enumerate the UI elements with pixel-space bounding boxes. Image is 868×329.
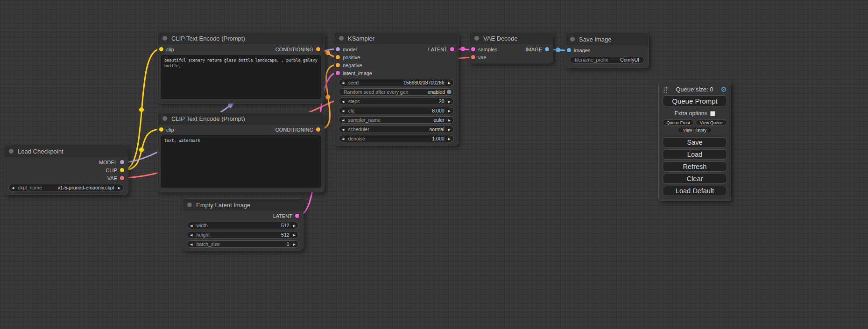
prompt-textarea[interactable]: text, watermark — [161, 135, 321, 188]
node-load-checkpoint[interactable]: Load Checkpoint MODEL CLIP VAE ◀ ckpt_na… — [4, 145, 128, 195]
images-input-slot[interactable] — [567, 48, 571, 52]
increment-arrow-icon[interactable]: ▶ — [448, 81, 451, 84]
clip-input-slot[interactable] — [159, 127, 163, 132]
widget-sampler-name[interactable]: ◀ sampler_name euler ▶ — [339, 116, 454, 124]
widget-width[interactable]: ◀ width 512 ▶ — [187, 222, 299, 229]
node-save-image[interactable]: Save Image images filename_prefix ComfyU… — [565, 33, 649, 68]
increment-arrow-icon[interactable]: ▶ — [448, 137, 451, 140]
load-default-button[interactable]: Load Default — [663, 186, 727, 196]
widget-scheduler[interactable]: ◀ scheduler normal ▶ — [339, 126, 454, 133]
vae-input-slot[interactable] — [471, 55, 475, 59]
node-ksampler[interactable]: KSampler model LATENT positive negative — [334, 32, 459, 146]
negative-input-slot[interactable] — [336, 63, 340, 67]
toggle-indicator-icon[interactable] — [447, 90, 452, 94]
increment-arrow-icon[interactable]: ▶ — [448, 100, 451, 103]
latent-output-slot[interactable] — [295, 214, 299, 218]
widget-random-seed-toggle[interactable]: Random seed after every gen enabled — [339, 88, 454, 96]
node-title: VAE Decode — [483, 35, 517, 42]
widget-label: steps — [348, 98, 360, 104]
node-title-bar[interactable]: Load Checkpoint — [4, 145, 128, 157]
prev-value-arrow-icon[interactable]: ◀ — [12, 186, 14, 189]
widget-filename-prefix[interactable]: filename_prefix ComfyUI — [570, 56, 644, 63]
menu-drag-handle-icon[interactable] — [663, 86, 668, 93]
widget-label: denoise — [348, 136, 365, 141]
node-title: KSampler — [348, 35, 374, 42]
node-title-bar[interactable]: CLIP Text Encode (Prompt) — [158, 112, 324, 125]
view-history-button[interactable]: View History — [677, 127, 712, 133]
widget-ckpt-name[interactable]: ◀ ckpt_name v1-5-pruned-emaonly.ckpt ▶ — [8, 184, 124, 191]
node-collapse-dot-icon[interactable] — [9, 149, 14, 154]
image-output-slot[interactable] — [545, 47, 549, 51]
positive-input-slot[interactable] — [336, 55, 340, 59]
node-collapse-dot-icon[interactable] — [339, 36, 344, 41]
view-queue-button[interactable]: View Queue — [696, 119, 727, 126]
widget-height[interactable]: ◀ height 512 ▶ — [187, 231, 299, 238]
next-value-arrow-icon[interactable]: ▶ — [118, 186, 120, 189]
decrement-arrow-icon[interactable]: ◀ — [342, 137, 344, 140]
increment-arrow-icon[interactable]: ▶ — [448, 109, 451, 112]
node-collapse-dot-icon[interactable] — [162, 116, 167, 121]
prev-value-arrow-icon[interactable]: ◀ — [342, 119, 344, 122]
widget-batch-size[interactable]: ◀ batch_size 1 ▶ — [187, 240, 299, 248]
node-title-bar[interactable]: KSampler — [334, 32, 458, 44]
widget-denoise[interactable]: ◀ denoise 1.000 ▶ — [339, 135, 454, 142]
latent-output-slot[interactable] — [450, 47, 454, 51]
conditioning-output-slot[interactable] — [316, 47, 320, 51]
increment-arrow-icon[interactable]: ▶ — [293, 224, 296, 227]
conditioning-output-slot[interactable] — [316, 127, 320, 132]
output-label-image: IMAGE — [526, 47, 542, 52]
decrement-arrow-icon[interactable]: ◀ — [342, 100, 344, 103]
node-clip-text-encode-positive[interactable]: CLIP Text Encode (Prompt) clip CONDITION… — [157, 32, 325, 104]
next-value-arrow-icon[interactable]: ▶ — [448, 128, 451, 131]
widget-cfg[interactable]: ◀ cfg 8.000 ▶ — [339, 107, 454, 114]
node-empty-latent-image[interactable]: Empty Latent Image LATENT ◀ width 512 ▶ … — [182, 198, 303, 251]
output-label-latent: LATENT — [273, 213, 292, 219]
increment-arrow-icon[interactable]: ▶ — [293, 243, 296, 246]
decrement-arrow-icon[interactable]: ◀ — [342, 81, 344, 84]
node-title-bar[interactable]: Empty Latent Image — [183, 199, 303, 211]
node-title-bar[interactable]: Save Image — [565, 33, 649, 45]
settings-gear-icon[interactable]: ⚙ — [721, 86, 727, 93]
clip-output-slot[interactable] — [120, 168, 124, 172]
node-collapse-dot-icon[interactable] — [570, 37, 575, 42]
queue-prompt-button[interactable]: Queue Prompt — [663, 95, 727, 106]
clear-button[interactable]: Clear — [663, 174, 727, 184]
widget-label: sampler_name — [348, 117, 380, 123]
input-label-positive: positive — [343, 55, 360, 60]
samples-input-slot[interactable] — [471, 47, 475, 51]
load-button[interactable]: Load — [663, 149, 727, 160]
node-collapse-dot-icon[interactable] — [187, 203, 192, 207]
output-label-conditioning: CONDITIONING — [275, 47, 313, 52]
node-title: Load Checkpoint — [18, 148, 64, 155]
prompt-textarea[interactable]: beautiful scenery nature glass bottle la… — [161, 55, 321, 99]
node-title-bar[interactable]: CLIP Text Encode (Prompt) — [158, 32, 324, 44]
node-vae-decode[interactable]: VAE Decode samples IMAGE vae — [469, 32, 553, 63]
node-collapse-dot-icon[interactable] — [474, 36, 479, 41]
save-button[interactable]: Save — [663, 137, 727, 147]
widget-seed[interactable]: ◀ seed 156680208700286 ▶ — [339, 79, 454, 86]
widget-value: 156680208700286 — [403, 80, 445, 85]
decrement-arrow-icon[interactable]: ◀ — [342, 109, 344, 112]
model-output-slot[interactable] — [120, 160, 124, 164]
input-label-clip: clip — [166, 127, 174, 133]
clip-input-slot[interactable] — [159, 47, 163, 51]
queue-front-button[interactable]: Queue Front — [663, 119, 694, 126]
vae-output-slot[interactable] — [120, 176, 124, 180]
increment-arrow-icon[interactable]: ▶ — [293, 233, 296, 237]
extra-options-checkbox[interactable] — [710, 111, 715, 116]
node-collapse-dot-icon[interactable] — [162, 36, 167, 41]
decrement-arrow-icon[interactable]: ◀ — [190, 224, 192, 227]
widget-steps[interactable]: ◀ steps 20 ▶ — [339, 98, 454, 105]
decrement-arrow-icon[interactable]: ◀ — [190, 233, 192, 237]
widget-value: normal — [430, 126, 445, 132]
node-title-bar[interactable]: VAE Decode — [470, 32, 553, 44]
node-clip-text-encode-negative[interactable]: CLIP Text Encode (Prompt) clip CONDITION… — [157, 112, 325, 192]
widget-value: euler — [433, 117, 444, 123]
prev-value-arrow-icon[interactable]: ◀ — [342, 128, 344, 131]
latent-image-input-slot[interactable] — [336, 71, 340, 75]
next-value-arrow-icon[interactable]: ▶ — [448, 119, 451, 122]
model-input-slot[interactable] — [336, 47, 340, 51]
decrement-arrow-icon[interactable]: ◀ — [190, 243, 192, 246]
refresh-button[interactable]: Refresh — [663, 161, 727, 172]
widget-value: v1-5-pruned-emaonly.ckpt — [57, 185, 114, 190]
